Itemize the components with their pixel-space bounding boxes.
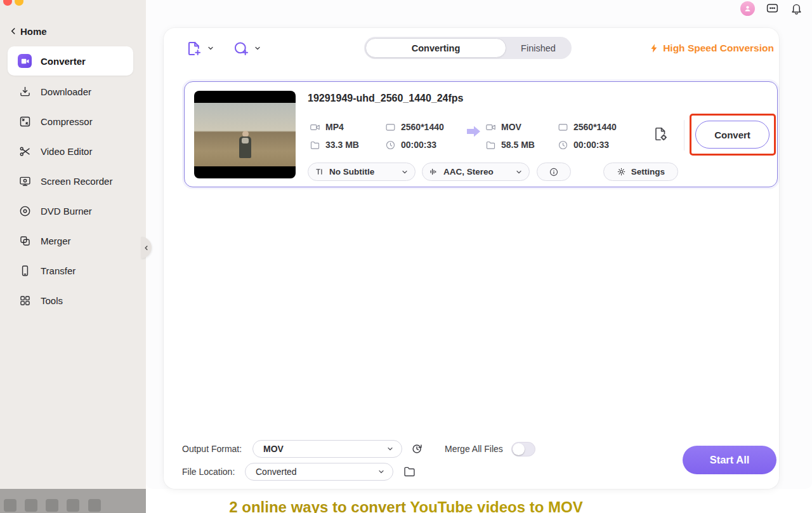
notification-button[interactable] (789, 1, 804, 16)
divider (684, 120, 684, 150)
screen: 2 online ways to convert YouTube videos … (0, 0, 812, 513)
chevron-down-icon (386, 445, 394, 453)
output-format-value: MOV (263, 444, 386, 454)
folder-icon (485, 140, 496, 150)
sidebar-item-label: Tools (41, 295, 63, 306)
tab-converting[interactable]: Converting (365, 38, 506, 58)
file-location-value: Converted (256, 467, 377, 477)
open-folder-button[interactable] (401, 463, 417, 479)
resolution-icon (558, 122, 568, 133)
bell-icon (790, 2, 803, 15)
file-location-label: File Location: (182, 467, 235, 477)
heading-prefix: 2 online ways to convert (229, 498, 410, 513)
apply-to-all-button[interactable] (409, 440, 426, 458)
chevron-down-icon (401, 168, 409, 176)
video-format-icon (485, 122, 496, 133)
toggle-knob (513, 443, 525, 455)
sidebar-item-merger[interactable]: Merger (8, 226, 133, 255)
video-format-icon (310, 122, 320, 133)
chevron-down-icon[interactable] (254, 44, 261, 52)
clock-icon (558, 140, 568, 150)
merge-all-files-toggle[interactable] (511, 442, 535, 456)
phone-transfer-icon (18, 263, 32, 277)
file-location-dropdown[interactable]: Converted (245, 463, 393, 481)
user-icon (743, 4, 752, 13)
video-thumbnail[interactable] (194, 91, 296, 178)
sidebar-item-label: DVD Burner (41, 206, 92, 217)
sidebar-item-label: Merger (41, 236, 71, 246)
screen-recorder-icon (18, 174, 32, 188)
merge-icon (18, 234, 32, 248)
add-file-button[interactable] (183, 37, 204, 59)
start-all-button[interactable]: Start All (683, 446, 776, 474)
chevron-left-icon (9, 27, 18, 36)
folder-icon (310, 140, 320, 150)
convert-button[interactable]: Convert (695, 121, 769, 149)
file-title: 19291949-uhd_2560_1440_24fps (308, 93, 464, 104)
thumbnail-person-scarf (242, 138, 249, 143)
chevron-left-icon (143, 244, 150, 251)
home-back-button[interactable]: Home (9, 24, 47, 38)
sidebar-item-tools[interactable]: Tools (8, 286, 133, 315)
message-icon (766, 2, 779, 15)
equalizer-icon (429, 167, 438, 177)
gear-icon (617, 167, 626, 177)
heading-link[interactable]: YouTube videos to MOV (410, 498, 582, 513)
settings-button[interactable]: Settings (603, 163, 678, 181)
window-close-button[interactable] (3, 0, 12, 6)
tab-converting-label: Converting (412, 43, 461, 53)
status-tabs: Converting Finished (364, 37, 572, 59)
background-icon (4, 499, 16, 512)
sidebar-item-label: Transfer (41, 265, 75, 276)
subtitle-value: No Subtitle (329, 167, 396, 177)
source-resolution: 2560*1440 (385, 121, 444, 133)
lightning-icon (649, 42, 659, 55)
sidebar-item-transfer[interactable]: Transfer (8, 256, 133, 285)
sidebar-item-downloader[interactable]: Downloader (8, 77, 133, 106)
subtitle-dropdown[interactable]: No Subtitle (308, 163, 416, 181)
high-speed-conversion-button[interactable]: High Speed Conversion (649, 41, 774, 55)
sidebar-item-video-editor[interactable]: Video Editor (8, 137, 133, 166)
source-duration: 00:00:33 (385, 139, 436, 150)
sidebar-item-dvd-burner[interactable]: DVD Burner (8, 196, 133, 225)
high-speed-label: High Speed Conversion (663, 43, 774, 54)
clock-icon (385, 140, 396, 150)
background-icon (67, 499, 79, 512)
converter-icon (18, 54, 32, 68)
edit-profile-button[interactable] (652, 125, 669, 145)
sidebar-item-label: Screen Recorder (41, 176, 112, 187)
audio-value: AAC, Stereo (443, 167, 510, 177)
output-resolution: 2560*1440 (558, 121, 617, 133)
subtitle-icon (315, 167, 324, 177)
chevron-down-icon[interactable] (207, 44, 214, 52)
file-plus-icon (185, 40, 202, 57)
sidebar-item-compressor[interactable]: Compressor (8, 107, 133, 136)
background-icon (88, 499, 101, 512)
audio-track-dropdown[interactable]: AAC, Stereo (422, 163, 530, 181)
background-desktop-strip (0, 489, 146, 513)
sidebar-item-label: Downloader (41, 86, 91, 97)
circle-plus-icon (233, 40, 250, 57)
merge-all-files-label: Merge All Files (445, 444, 503, 454)
file-info-button[interactable] (537, 163, 571, 181)
sidebar-item-label: Compressor (41, 116, 93, 127)
sidebar: Home Converter Downloader Compressor (0, 0, 146, 489)
add-from-device-button[interactable] (230, 37, 252, 59)
tab-finished-label: Finished (521, 43, 556, 53)
sidebar-item-screen-recorder[interactable]: Screen Recorder (8, 166, 133, 196)
tools-grid-icon (18, 293, 32, 307)
tab-finished[interactable]: Finished (506, 38, 570, 58)
sidebar-item-label: Converter (41, 56, 86, 67)
window-minimize-button[interactable] (15, 0, 23, 6)
output-size: 58.5 MB (485, 139, 535, 150)
output-format-dropdown[interactable]: MOV (252, 440, 402, 458)
account-avatar[interactable] (740, 1, 755, 16)
file-gear-icon (652, 125, 669, 143)
background-icon (46, 499, 58, 512)
sidebar-item-converter[interactable]: Converter (8, 46, 133, 76)
chevron-down-icon (377, 468, 385, 476)
output-format-label: Output Format: (182, 444, 242, 454)
feedback-button[interactable] (765, 1, 780, 16)
compress-icon (18, 114, 32, 128)
convert-arrow-icon (464, 124, 482, 139)
